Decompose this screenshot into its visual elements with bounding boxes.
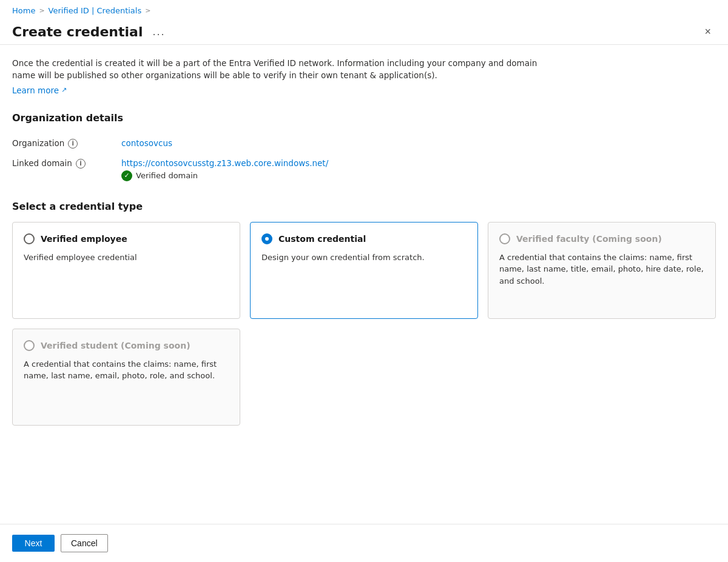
description-text: Once the credential is created it will b… xyxy=(12,57,558,82)
org-details-table: Organization i contosovcus Linked domain… xyxy=(12,133,716,186)
domain-info-icon: i xyxy=(76,159,86,169)
radio-custom-credential[interactable] xyxy=(261,233,272,244)
header-left: Create credential ... xyxy=(12,24,169,39)
radio-student xyxy=(24,340,35,351)
next-button[interactable]: Next xyxy=(12,535,55,552)
card-header-custom: Custom credential xyxy=(261,233,467,244)
radio-faculty xyxy=(499,233,510,244)
credential-card-verified-employee[interactable]: Verified employee Verified employee cred… xyxy=(12,222,240,319)
credential-cards-row2: Verified student (Coming soon) A credent… xyxy=(12,329,716,426)
card-desc-student: A credential that contains the claims: n… xyxy=(24,358,229,382)
breadcrumb-section[interactable]: Verified ID | Credentials xyxy=(49,6,142,15)
more-options-button[interactable]: ... xyxy=(149,24,169,39)
domain-value: https://contosovcusstg.z13.web.core.wind… xyxy=(121,153,716,186)
card-label-faculty: Verified faculty (Coming soon) xyxy=(516,234,662,244)
domain-url-link[interactable]: https://contosovcusstg.z13.web.core.wind… xyxy=(121,158,328,168)
card-desc-custom: Design your own credential from scratch. xyxy=(261,252,467,264)
verified-domain-text: Verified domain xyxy=(136,171,198,180)
credential-cards-row1: Verified employee Verified employee cred… xyxy=(12,222,716,319)
domain-label: Linked domain i xyxy=(12,153,121,186)
breadcrumb-sep-1: > xyxy=(39,7,44,15)
credential-card-custom[interactable]: Custom credential Design your own creden… xyxy=(250,222,478,319)
breadcrumb: Home > Verified ID | Credentials > xyxy=(0,0,728,19)
org-value-link[interactable]: contosovcus xyxy=(121,138,172,148)
card-header-student: Verified student (Coming soon) xyxy=(24,340,229,351)
credential-type-title: Select a credential type xyxy=(12,201,716,212)
org-info-icon: i xyxy=(68,139,78,149)
learn-more-link[interactable]: Learn more ↗ xyxy=(12,85,67,95)
page-container: Home > Verified ID | Credentials > Creat… xyxy=(0,0,728,562)
credential-card-student: Verified student (Coming soon) A credent… xyxy=(12,329,240,426)
external-link-icon: ↗ xyxy=(61,86,67,94)
card-label-student: Verified student (Coming soon) xyxy=(41,341,190,350)
breadcrumb-sep-2: > xyxy=(145,7,150,15)
page-header: Create credential ... × xyxy=(0,19,728,44)
radio-verified-employee[interactable] xyxy=(24,233,35,244)
close-button[interactable]: × xyxy=(699,24,716,39)
card-header-verified-employee: Verified employee xyxy=(24,233,229,244)
org-value: contosovcus xyxy=(121,133,716,153)
org-label: Organization i xyxy=(12,133,121,153)
card-label-verified-employee: Verified employee xyxy=(41,234,127,244)
page-title: Create credential xyxy=(12,24,143,39)
card-label-custom: Custom credential xyxy=(278,234,366,244)
card-desc-faculty: A credential that contains the claims: n… xyxy=(499,252,704,287)
footer: Next Cancel xyxy=(0,524,728,562)
card-header-faculty: Verified faculty (Coming soon) xyxy=(499,233,704,244)
card-desc-verified-employee: Verified employee credential xyxy=(24,252,229,264)
credential-card-faculty: Verified faculty (Coming soon) A credent… xyxy=(488,222,716,319)
breadcrumb-home[interactable]: Home xyxy=(12,6,35,15)
main-content: Once the credential is created it will b… xyxy=(0,45,728,524)
cancel-button[interactable]: Cancel xyxy=(61,534,108,552)
org-details-title: Organization details xyxy=(12,112,716,124)
learn-more-label: Learn more xyxy=(12,85,59,95)
verified-domain-icon xyxy=(121,170,132,181)
verified-domain-row: Verified domain xyxy=(121,170,716,181)
